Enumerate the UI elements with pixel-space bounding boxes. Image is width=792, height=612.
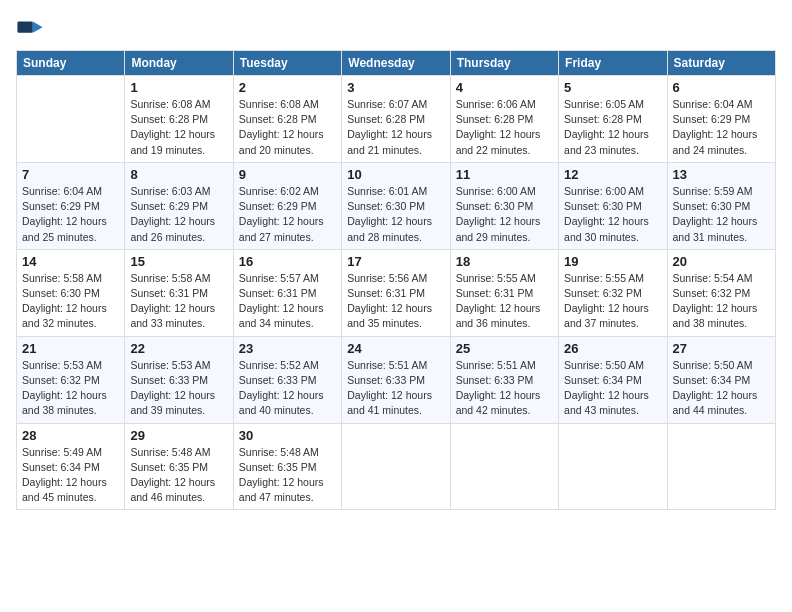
day-number: 10 bbox=[347, 167, 444, 182]
day-number: 23 bbox=[239, 341, 336, 356]
day-number: 21 bbox=[22, 341, 119, 356]
day-info: Sunrise: 5:54 AM Sunset: 6:32 PM Dayligh… bbox=[673, 271, 770, 332]
calendar-cell: 9Sunrise: 6:02 AM Sunset: 6:29 PM Daylig… bbox=[233, 162, 341, 249]
calendar-cell: 30Sunrise: 5:48 AM Sunset: 6:35 PM Dayli… bbox=[233, 423, 341, 510]
column-header-thursday: Thursday bbox=[450, 51, 558, 76]
day-info: Sunrise: 6:07 AM Sunset: 6:28 PM Dayligh… bbox=[347, 97, 444, 158]
day-number: 22 bbox=[130, 341, 227, 356]
day-info: Sunrise: 6:04 AM Sunset: 6:29 PM Dayligh… bbox=[22, 184, 119, 245]
day-number: 5 bbox=[564, 80, 661, 95]
day-number: 30 bbox=[239, 428, 336, 443]
calendar-cell: 2Sunrise: 6:08 AM Sunset: 6:28 PM Daylig… bbox=[233, 76, 341, 163]
calendar-cell bbox=[559, 423, 667, 510]
calendar-cell: 27Sunrise: 5:50 AM Sunset: 6:34 PM Dayli… bbox=[667, 336, 775, 423]
day-info: Sunrise: 6:08 AM Sunset: 6:28 PM Dayligh… bbox=[130, 97, 227, 158]
day-number: 17 bbox=[347, 254, 444, 269]
day-info: Sunrise: 5:55 AM Sunset: 6:31 PM Dayligh… bbox=[456, 271, 553, 332]
day-info: Sunrise: 6:02 AM Sunset: 6:29 PM Dayligh… bbox=[239, 184, 336, 245]
day-number: 19 bbox=[564, 254, 661, 269]
day-number: 7 bbox=[22, 167, 119, 182]
calendar-cell: 6Sunrise: 6:04 AM Sunset: 6:29 PM Daylig… bbox=[667, 76, 775, 163]
day-info: Sunrise: 5:50 AM Sunset: 6:34 PM Dayligh… bbox=[673, 358, 770, 419]
calendar-cell: 8Sunrise: 6:03 AM Sunset: 6:29 PM Daylig… bbox=[125, 162, 233, 249]
calendar-cell bbox=[17, 76, 125, 163]
day-number: 29 bbox=[130, 428, 227, 443]
day-number: 20 bbox=[673, 254, 770, 269]
calendar-cell: 3Sunrise: 6:07 AM Sunset: 6:28 PM Daylig… bbox=[342, 76, 450, 163]
calendar-header-row: SundayMondayTuesdayWednesdayThursdayFrid… bbox=[17, 51, 776, 76]
day-number: 28 bbox=[22, 428, 119, 443]
calendar-cell: 13Sunrise: 5:59 AM Sunset: 6:30 PM Dayli… bbox=[667, 162, 775, 249]
day-info: Sunrise: 5:51 AM Sunset: 6:33 PM Dayligh… bbox=[347, 358, 444, 419]
day-number: 12 bbox=[564, 167, 661, 182]
day-number: 14 bbox=[22, 254, 119, 269]
day-info: Sunrise: 5:50 AM Sunset: 6:34 PM Dayligh… bbox=[564, 358, 661, 419]
calendar-cell: 24Sunrise: 5:51 AM Sunset: 6:33 PM Dayli… bbox=[342, 336, 450, 423]
svg-marker-1 bbox=[33, 22, 43, 33]
calendar-cell: 23Sunrise: 5:52 AM Sunset: 6:33 PM Dayli… bbox=[233, 336, 341, 423]
calendar-cell: 22Sunrise: 5:53 AM Sunset: 6:33 PM Dayli… bbox=[125, 336, 233, 423]
day-info: Sunrise: 5:58 AM Sunset: 6:30 PM Dayligh… bbox=[22, 271, 119, 332]
day-info: Sunrise: 5:58 AM Sunset: 6:31 PM Dayligh… bbox=[130, 271, 227, 332]
day-number: 4 bbox=[456, 80, 553, 95]
calendar-cell: 21Sunrise: 5:53 AM Sunset: 6:32 PM Dayli… bbox=[17, 336, 125, 423]
day-info: Sunrise: 5:49 AM Sunset: 6:34 PM Dayligh… bbox=[22, 445, 119, 506]
day-number: 18 bbox=[456, 254, 553, 269]
calendar-week-row: 1Sunrise: 6:08 AM Sunset: 6:28 PM Daylig… bbox=[17, 76, 776, 163]
day-number: 11 bbox=[456, 167, 553, 182]
day-number: 15 bbox=[130, 254, 227, 269]
day-info: Sunrise: 5:48 AM Sunset: 6:35 PM Dayligh… bbox=[239, 445, 336, 506]
calendar-cell: 26Sunrise: 5:50 AM Sunset: 6:34 PM Dayli… bbox=[559, 336, 667, 423]
logo bbox=[16, 16, 48, 44]
day-info: Sunrise: 5:53 AM Sunset: 6:32 PM Dayligh… bbox=[22, 358, 119, 419]
calendar-cell: 7Sunrise: 6:04 AM Sunset: 6:29 PM Daylig… bbox=[17, 162, 125, 249]
day-info: Sunrise: 6:06 AM Sunset: 6:28 PM Dayligh… bbox=[456, 97, 553, 158]
calendar-cell: 17Sunrise: 5:56 AM Sunset: 6:31 PM Dayli… bbox=[342, 249, 450, 336]
day-info: Sunrise: 6:08 AM Sunset: 6:28 PM Dayligh… bbox=[239, 97, 336, 158]
calendar-week-row: 7Sunrise: 6:04 AM Sunset: 6:29 PM Daylig… bbox=[17, 162, 776, 249]
day-info: Sunrise: 5:53 AM Sunset: 6:33 PM Dayligh… bbox=[130, 358, 227, 419]
calendar-cell: 1Sunrise: 6:08 AM Sunset: 6:28 PM Daylig… bbox=[125, 76, 233, 163]
column-header-wednesday: Wednesday bbox=[342, 51, 450, 76]
calendar-cell: 28Sunrise: 5:49 AM Sunset: 6:34 PM Dayli… bbox=[17, 423, 125, 510]
day-info: Sunrise: 6:01 AM Sunset: 6:30 PM Dayligh… bbox=[347, 184, 444, 245]
calendar-cell: 25Sunrise: 5:51 AM Sunset: 6:33 PM Dayli… bbox=[450, 336, 558, 423]
day-info: Sunrise: 5:57 AM Sunset: 6:31 PM Dayligh… bbox=[239, 271, 336, 332]
day-number: 16 bbox=[239, 254, 336, 269]
day-number: 9 bbox=[239, 167, 336, 182]
calendar-cell bbox=[450, 423, 558, 510]
day-info: Sunrise: 6:03 AM Sunset: 6:29 PM Dayligh… bbox=[130, 184, 227, 245]
page-header bbox=[16, 16, 776, 44]
day-info: Sunrise: 5:55 AM Sunset: 6:32 PM Dayligh… bbox=[564, 271, 661, 332]
column-header-friday: Friday bbox=[559, 51, 667, 76]
calendar-cell: 19Sunrise: 5:55 AM Sunset: 6:32 PM Dayli… bbox=[559, 249, 667, 336]
day-number: 26 bbox=[564, 341, 661, 356]
day-info: Sunrise: 6:04 AM Sunset: 6:29 PM Dayligh… bbox=[673, 97, 770, 158]
calendar-cell: 20Sunrise: 5:54 AM Sunset: 6:32 PM Dayli… bbox=[667, 249, 775, 336]
column-header-monday: Monday bbox=[125, 51, 233, 76]
day-info: Sunrise: 5:56 AM Sunset: 6:31 PM Dayligh… bbox=[347, 271, 444, 332]
day-number: 1 bbox=[130, 80, 227, 95]
column-header-tuesday: Tuesday bbox=[233, 51, 341, 76]
calendar-cell: 5Sunrise: 6:05 AM Sunset: 6:28 PM Daylig… bbox=[559, 76, 667, 163]
day-number: 6 bbox=[673, 80, 770, 95]
calendar-cell: 15Sunrise: 5:58 AM Sunset: 6:31 PM Dayli… bbox=[125, 249, 233, 336]
calendar-cell bbox=[342, 423, 450, 510]
calendar-table: SundayMondayTuesdayWednesdayThursdayFrid… bbox=[16, 50, 776, 510]
day-number: 3 bbox=[347, 80, 444, 95]
logo-icon bbox=[16, 16, 44, 44]
calendar-cell bbox=[667, 423, 775, 510]
calendar-week-row: 14Sunrise: 5:58 AM Sunset: 6:30 PM Dayli… bbox=[17, 249, 776, 336]
day-number: 2 bbox=[239, 80, 336, 95]
calendar-cell: 16Sunrise: 5:57 AM Sunset: 6:31 PM Dayli… bbox=[233, 249, 341, 336]
day-info: Sunrise: 6:00 AM Sunset: 6:30 PM Dayligh… bbox=[564, 184, 661, 245]
day-info: Sunrise: 5:52 AM Sunset: 6:33 PM Dayligh… bbox=[239, 358, 336, 419]
day-info: Sunrise: 6:00 AM Sunset: 6:30 PM Dayligh… bbox=[456, 184, 553, 245]
calendar-cell: 11Sunrise: 6:00 AM Sunset: 6:30 PM Dayli… bbox=[450, 162, 558, 249]
day-number: 25 bbox=[456, 341, 553, 356]
calendar-cell: 10Sunrise: 6:01 AM Sunset: 6:30 PM Dayli… bbox=[342, 162, 450, 249]
calendar-cell: 4Sunrise: 6:06 AM Sunset: 6:28 PM Daylig… bbox=[450, 76, 558, 163]
day-info: Sunrise: 5:51 AM Sunset: 6:33 PM Dayligh… bbox=[456, 358, 553, 419]
calendar-cell: 12Sunrise: 6:00 AM Sunset: 6:30 PM Dayli… bbox=[559, 162, 667, 249]
day-number: 13 bbox=[673, 167, 770, 182]
